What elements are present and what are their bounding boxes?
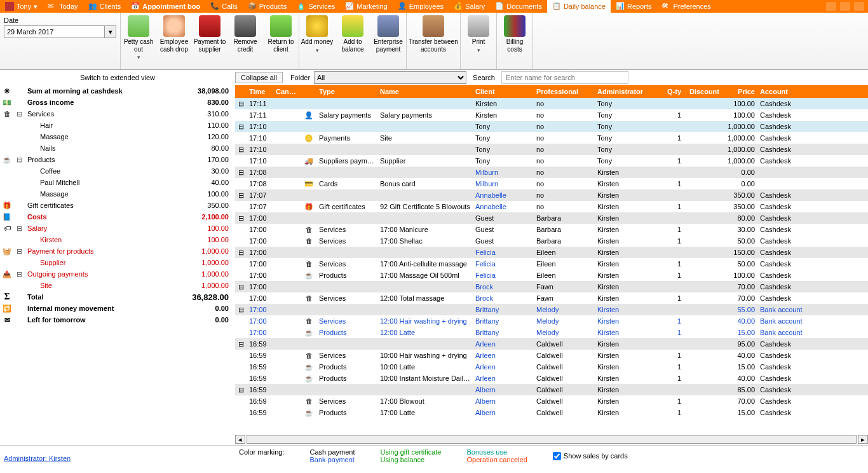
- table-row[interactable]: ⊟17:00FeliciaEileenKirsten150.00Cashdesk: [235, 247, 868, 258]
- menu-appointment[interactable]: 📅Appointment boo: [126, 0, 205, 13]
- col-price[interactable]: Price: [722, 88, 757, 95]
- table-row[interactable]: ⊟17:00BrockFawnKirsten70.00Cashdesk: [235, 281, 868, 292]
- table-row[interactable]: 17:00🗑Services17:00 ManicureGuestBarbara…: [235, 224, 868, 235]
- remove-credit-button[interactable]: Remove credit: [227, 13, 263, 69]
- table-row[interactable]: ⊟17:00BrittanyMelodyKirsten55.00Bank acc…: [235, 304, 868, 315]
- col-acct[interactable]: Account: [757, 88, 818, 95]
- menu-daily-balance[interactable]: 📋Daily balance: [547, 0, 611, 13]
- col-cancel[interactable]: Cancel: [273, 88, 301, 95]
- payment-to-supplier-button[interactable]: Payment to supplier: [192, 13, 227, 69]
- table-row[interactable]: 16:59☕Products10:00 Instant Moisture Dai…: [235, 373, 868, 384]
- menu-services[interactable]: 🧴Services: [292, 0, 340, 13]
- table-row[interactable]: ⊟16:59ArleenCaldwellKirsten95.00Cashdesk: [235, 338, 868, 350]
- date-dropdown-button[interactable]: ▾: [105, 25, 116, 38]
- horizontal-scrollbar[interactable]: ◂ ▸: [235, 434, 868, 445]
- table-row[interactable]: ⊟17:10TonynoTony1,000.00Cashdesk: [235, 144, 868, 155]
- table-row[interactable]: 17:10🪙PaymentsSiteTonynoTony11,000.00Cas…: [235, 132, 868, 144]
- minimize-button[interactable]: [826, 2, 836, 11]
- expand-toggle[interactable]: ⊟: [235, 146, 247, 154]
- expand-toggle[interactable]: ⊟: [235, 100, 247, 108]
- table-row[interactable]: ⊟17:11KirstennoTony100.00Cashdesk: [235, 98, 868, 109]
- expand-toggle[interactable]: ⊟: [235, 340, 247, 348]
- table-row[interactable]: 16:59🗑Services17:00 BlowoutAlbernCaldwel…: [235, 395, 868, 407]
- show-sales-by-cards-checkbox[interactable]: Show sales by cards: [553, 448, 628, 463]
- petty-cash-out-button[interactable]: Petty cash out▾: [121, 13, 156, 69]
- table-row[interactable]: ⊟17:10TonynoTony1,000.00Cashdesk: [235, 121, 868, 132]
- maximize-button[interactable]: [840, 2, 850, 11]
- col-client[interactable]: Client: [473, 88, 534, 95]
- add-to-balance-button[interactable]: Add to balance: [335, 13, 370, 69]
- expand-toggle[interactable]: ⊟: [235, 249, 247, 257]
- enterprise-payment-button[interactable]: Enterprise payment: [370, 13, 406, 69]
- table-row[interactable]: 17:00🗑Services17:00 ShellacGuestBarbaraK…: [235, 235, 868, 247]
- grid-body[interactable]: ⊟17:11KirstennoTony100.00Cashdesk17:11👤S…: [235, 98, 868, 434]
- menu-salary[interactable]: 💰Salary: [449, 0, 490, 13]
- cell-time: 17:07: [247, 203, 273, 210]
- menu-calls[interactable]: 📞Calls: [205, 0, 242, 13]
- table-row[interactable]: 17:00☕Products17:00 Massage Oil 500mlFel…: [235, 270, 868, 281]
- tree-collapse[interactable]: ⊟: [14, 223, 25, 234]
- table-row[interactable]: ⊟17:07AnnabellenoKirsten350.00Cashdesk: [235, 189, 868, 201]
- tree-collapse[interactable]: ⊟: [14, 268, 25, 280]
- expand-toggle[interactable]: ⊟: [235, 386, 247, 394]
- table-row[interactable]: 17:00🗑Services17:00 Anti-cellulite massa…: [235, 258, 868, 270]
- menu-products[interactable]: 📦Products: [243, 0, 292, 13]
- tree-collapse[interactable]: ⊟: [14, 154, 25, 165]
- kirsten-value: 100.00: [169, 234, 235, 245]
- col-prof[interactable]: Professional: [534, 88, 595, 95]
- return-to-client-button[interactable]: Return to client: [263, 13, 299, 69]
- search-input[interactable]: [501, 71, 628, 84]
- table-row[interactable]: 17:00☕Products12:00 LatteBrittanyMelodyK…: [235, 327, 868, 338]
- expand-toggle[interactable]: ⊟: [235, 214, 247, 223]
- menu-today[interactable]: ✉Today: [43, 0, 83, 13]
- table-row[interactable]: 17:11👤Salary paymentsSalary paymentsKirs…: [235, 109, 868, 121]
- billing-costs-button[interactable]: Billing costs: [497, 13, 532, 69]
- col-admin[interactable]: Administrator: [595, 88, 656, 95]
- table-row[interactable]: 17:10🚚Suppliers paymentsSupplierTonynoTo…: [235, 155, 868, 167]
- add-money-button[interactable]: Add money▾: [299, 13, 335, 69]
- col-qty[interactable]: Q-ty: [656, 88, 684, 95]
- menu-user[interactable]: Tony ▾: [0, 0, 43, 13]
- expand-toggle[interactable]: ⊟: [235, 191, 247, 200]
- employee-cash-drop-button[interactable]: Employee cash drop: [156, 13, 192, 69]
- menu-preferences[interactable]: 🛠Preferences: [656, 0, 715, 13]
- col-type[interactable]: Type: [316, 88, 377, 95]
- expand-toggle[interactable]: ⊟: [235, 168, 247, 177]
- expand-toggle[interactable]: ⊟: [235, 123, 247, 131]
- date-input[interactable]: [4, 25, 105, 38]
- menu-documents[interactable]: 📄Documents: [490, 0, 547, 13]
- menu-marketing[interactable]: 📈Marketing: [340, 0, 392, 13]
- scroll-track[interactable]: [247, 435, 857, 444]
- table-row[interactable]: ⊟17:00GuestBarbaraKirsten80.00Cashdesk: [235, 212, 868, 224]
- tree-collapse[interactable]: ⊟: [14, 245, 25, 257]
- table-row[interactable]: 17:00🗑Services12:00 Total massageBrockFa…: [235, 292, 868, 304]
- close-button[interactable]: [854, 2, 864, 11]
- folder-select[interactable]: All: [314, 71, 466, 84]
- show-sales-checkbox-input[interactable]: [553, 452, 561, 460]
- col-name[interactable]: Name: [377, 88, 473, 95]
- expand-toggle[interactable]: ⊟: [235, 283, 247, 291]
- table-row[interactable]: 17:08💳CardsBonus cardMilburnnoKirsten10.…: [235, 178, 868, 189]
- col-disc[interactable]: Discount: [684, 88, 722, 95]
- transfer-accounts-button[interactable]: Transfer between accounts: [407, 13, 460, 69]
- tree-collapse[interactable]: ⊟: [14, 108, 25, 120]
- collapse-all-button[interactable]: Collapse all: [235, 72, 283, 83]
- print-button[interactable]: Print▾: [461, 13, 496, 69]
- menu-employees[interactable]: 👤Employees: [393, 0, 449, 13]
- site-value: 1,000.00: [169, 280, 235, 291]
- table-row[interactable]: ⊟17:08MilburnnoKirsten0.00: [235, 167, 868, 178]
- scroll-left-button[interactable]: ◂: [235, 435, 245, 444]
- table-row[interactable]: 16:59🗑Services10:00 Hair washing + dryin…: [235, 350, 868, 361]
- table-row[interactable]: 16:59☕Products17:00 LatteAlbernCaldwellK…: [235, 407, 868, 418]
- administrator-link[interactable]: Administrator: Kirsten: [4, 455, 239, 462]
- expand-toggle[interactable]: ⊟: [235, 306, 247, 314]
- table-row[interactable]: ⊟16:59AlbernCaldwellKirsten85.00Cashdesk: [235, 384, 868, 395]
- menu-reports[interactable]: 📊Reports: [611, 0, 657, 13]
- scroll-right-button[interactable]: ▸: [858, 435, 868, 444]
- switch-extended-view-link[interactable]: Switch to extended view: [0, 74, 235, 81]
- table-row[interactable]: 16:59☕Products10:00 LatteArleenCaldwellK…: [235, 361, 868, 373]
- table-row[interactable]: 17:00🗑Services12:00 Hair washing + dryin…: [235, 315, 868, 327]
- table-row[interactable]: 17:07🎁Gift certificates92 Gift Certifica…: [235, 201, 868, 212]
- col-time[interactable]: Time: [247, 88, 273, 95]
- menu-clients[interactable]: 👥Clients: [83, 0, 126, 13]
